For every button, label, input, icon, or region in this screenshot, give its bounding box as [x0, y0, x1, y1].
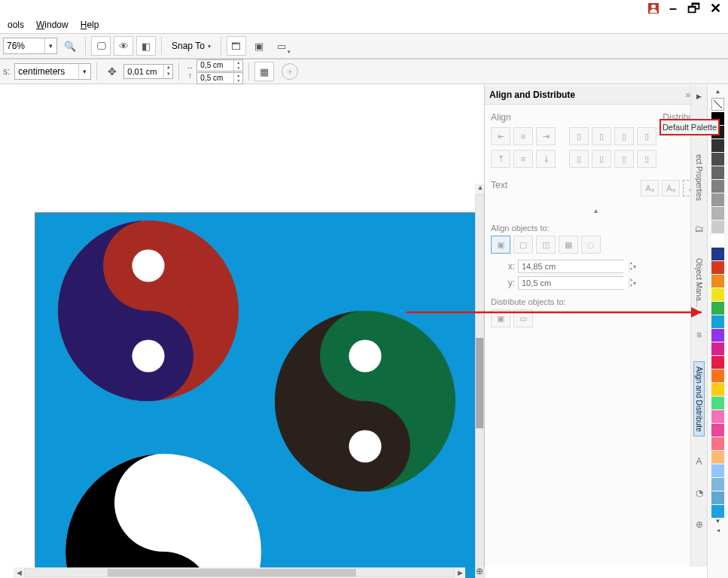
align-top-button[interactable]: ⤒	[491, 150, 510, 168]
chevron-down-icon[interactable]: ▾	[78, 64, 90, 79]
more-tab-icon[interactable]: ⊕	[693, 519, 705, 531]
dist-top-button[interactable]: ▯	[569, 150, 589, 168]
hscroll-thumb[interactable]	[108, 569, 356, 576]
dup-y-spinner[interactable]: ▲▼	[233, 73, 242, 84]
color-swatch[interactable]	[711, 207, 724, 220]
preview-toggle-button[interactable]: 👁	[114, 36, 133, 56]
color-swatch[interactable]	[711, 139, 724, 152]
user-avatar-icon[interactable]	[648, 3, 659, 14]
palette-scroll-down-icon[interactable]: ▼	[708, 518, 728, 527]
simulate-overprint-button[interactable]: ◧	[136, 36, 156, 56]
menu-tools[interactable]: ools	[2, 18, 30, 32]
align-distribute-tab[interactable]: Align and Distribute	[693, 361, 705, 437]
dup-x-spinner[interactable]: ▲▼	[233, 60, 242, 71]
menu-window[interactable]: Window	[30, 18, 75, 32]
treat-as-filled-button[interactable]: ▦	[254, 62, 274, 81]
add-customize-button[interactable]: +	[282, 63, 298, 80]
scroll-left-icon[interactable]: ◀	[14, 569, 24, 576]
dist-spacing-v-button[interactable]: ▯	[614, 150, 634, 168]
drawing-area[interactable]	[14, 184, 476, 578]
align-bottom-button[interactable]: ⤓	[536, 150, 556, 168]
color-swatch[interactable]	[711, 329, 724, 342]
align-right-button[interactable]: ⇥	[536, 127, 556, 145]
coord-x-input[interactable]	[519, 260, 629, 272]
color-swatch[interactable]	[711, 248, 724, 260]
yinyang-purple-red[interactable]	[58, 221, 239, 401]
color-swatch[interactable]	[711, 288, 724, 301]
color-swatch[interactable]	[711, 356, 724, 369]
minimize-button[interactable]: –	[666, 1, 680, 17]
close-button[interactable]: ✕	[708, 0, 722, 17]
dist-spacing-h-button[interactable]: ▯	[614, 127, 634, 145]
zoom-dropdown-icon[interactable]: ▾	[44, 38, 56, 53]
yinyang-brown-green[interactable]	[275, 311, 455, 491]
align-center-v-button[interactable]: ≡	[513, 150, 533, 168]
spin-up-icon[interactable]: ▲	[164, 65, 172, 71]
color-swatch[interactable]	[711, 505, 724, 518]
coord-y-field[interactable]: ▲▼ ▾	[518, 276, 623, 290]
text-baseline-button[interactable]: Aₐ	[641, 180, 659, 196]
color-swatch[interactable]	[711, 370, 724, 382]
color-swatch[interactable]	[711, 491, 724, 504]
color-swatch[interactable]	[711, 410, 724, 423]
coord-y-input[interactable]	[519, 277, 629, 289]
units-combo[interactable]: ▾	[14, 63, 91, 80]
app-button[interactable]: ▭▾	[272, 36, 291, 56]
color-swatch[interactable]	[711, 437, 724, 450]
dup-x-input-wrap[interactable]: ▲▼	[196, 59, 243, 71]
dist-bottom-button[interactable]: ▯	[637, 150, 656, 168]
color-swatch[interactable]	[711, 397, 724, 409]
dist-center-h-button[interactable]: ▯	[592, 127, 611, 145]
palette-flyout-icon[interactable]: ◂	[708, 527, 728, 536]
dup-y-input[interactable]	[197, 73, 233, 84]
color-swatch[interactable]	[711, 275, 724, 287]
dist-left-button[interactable]: ▯	[569, 127, 589, 145]
nudge-spinner[interactable]: ▲▼	[163, 65, 172, 78]
object-manager-icon[interactable]: 🗂	[693, 224, 705, 236]
spin-down-icon[interactable]: ▼	[164, 71, 172, 78]
palette-scroll-up-icon[interactable]: ▲	[708, 88, 728, 97]
align-tab-icon[interactable]: ≡	[693, 330, 705, 342]
zoom-tool-icon[interactable]: 🔍	[60, 36, 80, 56]
navigator-icon[interactable]: ⊕	[474, 566, 486, 578]
color-swatch[interactable]	[711, 180, 724, 193]
launch-button[interactable]: ▣	[249, 36, 269, 56]
color-swatch[interactable]	[711, 261, 724, 274]
color-swatch[interactable]	[711, 451, 724, 464]
no-color-swatch[interactable]	[711, 98, 724, 111]
object-properties-tab[interactable]: ect Properties	[695, 151, 703, 204]
align-to-page-edge-button[interactable]: ▢	[513, 236, 533, 254]
menu-help[interactable]: Help	[75, 18, 105, 32]
color-swatch[interactable]	[711, 478, 724, 491]
color-swatch[interactable]	[711, 302, 724, 315]
coord-x-field[interactable]: ▲▼ ▾	[518, 260, 623, 273]
color-swatch[interactable]	[711, 166, 724, 179]
dist-center-v-button[interactable]: ▯	[592, 150, 611, 168]
align-to-point-button[interactable]: ◌	[581, 236, 601, 254]
horizontal-scrollbar[interactable]: ◀ ▶	[14, 567, 465, 578]
restore-button[interactable]: 🗗	[687, 1, 701, 17]
scroll-right-icon[interactable]: ▶	[455, 569, 465, 576]
fullscreen-preview-button[interactable]: 🖵	[91, 36, 111, 56]
dist-right-button[interactable]: ▯	[637, 127, 656, 145]
dup-y-input-wrap[interactable]: ▲▼	[196, 72, 243, 84]
dist-to-selection-button[interactable]: ▣	[491, 309, 510, 327]
nudge-input-wrap[interactable]: ▲▼	[123, 64, 173, 79]
align-to-active-button[interactable]: ▣	[491, 236, 510, 254]
align-center-h-button[interactable]: ≡	[513, 127, 533, 145]
dist-to-page-button[interactable]: ▭	[513, 309, 533, 327]
units-input[interactable]	[15, 64, 78, 79]
object-manager-tab[interactable]: Object Mana...	[695, 255, 703, 310]
dup-x-input[interactable]	[197, 60, 233, 71]
align-to-page-center-button[interactable]: ◫	[536, 236, 556, 254]
color-swatch[interactable]	[711, 383, 724, 396]
text-tab-icon[interactable]: A	[693, 456, 705, 468]
vscroll-thumb[interactable]	[476, 338, 483, 428]
color-swatch[interactable]	[711, 234, 724, 247]
color-tab-icon[interactable]: ◔	[693, 488, 705, 500]
color-swatch[interactable]	[711, 153, 724, 166]
zoom-input[interactable]	[4, 38, 44, 53]
text-lastline-button[interactable]: Aₐ	[662, 180, 680, 196]
snap-to-dropdown[interactable]: Snap To ▾	[167, 41, 215, 51]
align-left-button[interactable]: ⇤	[491, 127, 510, 145]
